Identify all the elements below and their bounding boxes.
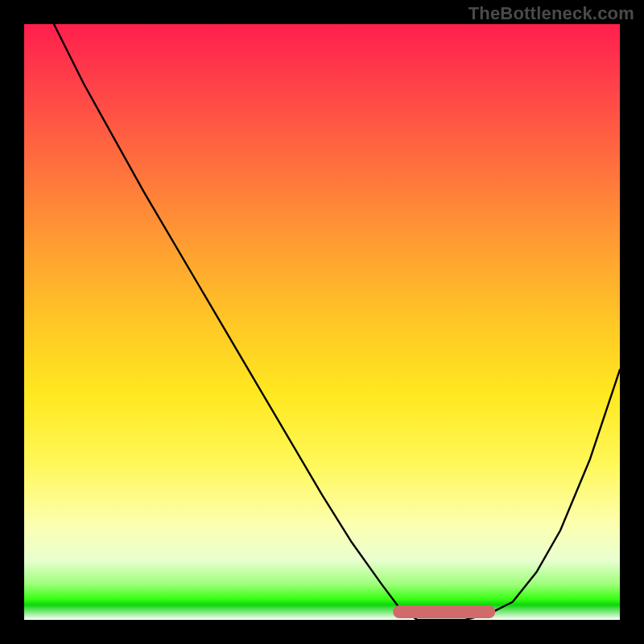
chart-frame: TheBottleneck.com [0,0,644,644]
bottleneck-curve [54,24,620,620]
watermark-text: TheBottleneck.com [469,3,634,24]
plot-area [24,24,620,620]
curve-layer [24,24,620,620]
